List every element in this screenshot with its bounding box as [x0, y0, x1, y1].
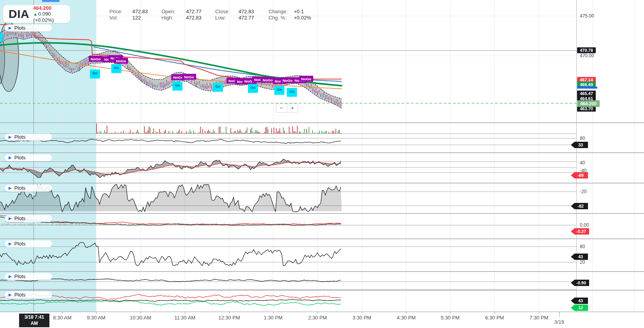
- symbol-header[interactable]: DIA 464.200 ▲0.090 (+0.02%): [3, 5, 70, 23]
- go-signal-badge: Go: [90, 70, 100, 79]
- up-arrow-icon: ▲: [33, 12, 37, 16]
- time-axis-tick: [62, 312, 63, 314]
- legend-label: Plots: [14, 273, 26, 280]
- next-day-label: 3/19: [554, 319, 564, 325]
- symbol-ticker[interactable]: DIA: [9, 7, 29, 21]
- nogo-signal-badge: NoGo: [89, 56, 103, 62]
- expand-arrow-icon[interactable]: ▶: [9, 273, 12, 280]
- time-axis-tick: [185, 312, 185, 314]
- time-axis-tick: [273, 312, 274, 314]
- expand-arrow-icon[interactable]: ▶: [9, 291, 12, 298]
- time-axis-tick: [229, 312, 230, 314]
- time-axis-label: 11:30 AM: [174, 315, 195, 321]
- time-axis-label: 6:30 PM: [485, 315, 504, 321]
- go-signal-badge: Go: [172, 82, 182, 91]
- indicator-scale-tick: 80: [580, 136, 585, 141]
- indicator-scale-tick: 80: [580, 244, 585, 249]
- indicator-value-badge: -0.37: [571, 228, 589, 235]
- expand-arrow-icon[interactable]: ▶: [9, 154, 12, 161]
- time-axis-label: 12:30 PM: [218, 315, 240, 321]
- legend-label: Plots: [14, 134, 26, 141]
- zoom-controls: − +: [276, 104, 298, 113]
- current-price-badge: 464.200: [577, 101, 600, 107]
- price-level-badge-blue: [577, 87, 597, 89]
- crosshair-horizontal-line: [0, 50, 576, 51]
- time-axis-label: 2:30 PM: [308, 315, 327, 321]
- time-axis-tick: [406, 312, 407, 314]
- go-signal-badge: Go: [287, 88, 297, 97]
- nogo-signal-badge: NoGo: [299, 76, 313, 82]
- go-signal-badge: Go: [0, 33, 3, 42]
- nogo-signal-badge: NoGo: [182, 74, 196, 80]
- zoom-in-button[interactable]: +: [287, 104, 298, 112]
- top-scroll-indicator: [42, 0, 60, 2]
- time-axis-tick: [96, 312, 97, 314]
- time-axis-label: 8:30 AM: [53, 315, 72, 321]
- go-signal-badge: Go: [213, 83, 223, 92]
- legend-label: Plots: [14, 291, 26, 298]
- price-level-badge: 470.78: [577, 48, 596, 53]
- panel-plots-legend[interactable]: ▶Plots: [5, 185, 52, 192]
- panel-plots-legend[interactable]: ▶Plots: [5, 215, 52, 222]
- indicator-scale-tick: -20: [580, 189, 586, 194]
- go-signal-badge: Go: [111, 64, 121, 73]
- trading-chart-window: DIA 464.200 ▲0.090 (+0.02%) ▶ Plots Pric…: [0, 0, 644, 328]
- time-axis-label: 1:30 PM: [264, 315, 283, 321]
- crosshair-date-line1: 3/18 7:41: [19, 314, 49, 320]
- time-axis-label: 4:30 PM: [397, 315, 416, 321]
- zoom-out-button[interactable]: −: [276, 104, 287, 112]
- go-signal-badge: Go: [248, 84, 258, 93]
- expand-arrow-icon[interactable]: ▶: [9, 185, 12, 192]
- price-change: ▲0.090 (+0.02%): [33, 11, 70, 23]
- panel-plots-legend[interactable]: ▶Plots: [5, 154, 52, 161]
- time-axis-tick: [362, 312, 362, 314]
- indicator-value-badge: -0.90: [571, 280, 589, 286]
- indicator-scale-tick: 40: [580, 160, 585, 166]
- expand-arrow-icon[interactable]: ▶: [9, 215, 12, 222]
- time-axis-label: 9:30 AM: [87, 315, 105, 321]
- expand-arrow-icon[interactable]: ▶: [9, 25, 12, 32]
- indicator-line: [0, 300, 341, 305]
- panel-plots-legend[interactable]: ▶Plots: [5, 240, 52, 247]
- indicator-scale-tick: 0.00: [580, 222, 589, 228]
- legend-label: Plots: [14, 154, 26, 161]
- legend-label: Plots: [14, 25, 26, 32]
- expand-arrow-icon[interactable]: ▶: [9, 134, 12, 141]
- indicator-line: [0, 299, 341, 302]
- expand-arrow-icon[interactable]: ▶: [9, 240, 12, 247]
- time-axis-label: 10:30 AM: [130, 315, 151, 321]
- time-axis-tick: [495, 312, 495, 314]
- crosshair-date-badge: 3/18 7:41 AM: [19, 314, 49, 327]
- indicator-scale-tick: 20: [580, 259, 585, 265]
- indicator-line: [0, 279, 341, 282]
- time-axis-tick: [450, 312, 451, 314]
- time-axis-label: 5:30 PM: [441, 315, 460, 321]
- crosshair-date-line2: AM: [19, 320, 49, 326]
- nogo-signal-badge: NoGo: [114, 58, 128, 64]
- go-signal-badge: Go: [274, 86, 284, 95]
- indicator-line: [0, 139, 341, 143]
- panel-plots-legend[interactable]: ▶Plots: [5, 134, 52, 141]
- legend-label: Plots: [14, 240, 26, 247]
- price-scale-tick: 475.00: [580, 13, 594, 19]
- time-axis[interactable]: 3/18 7:41 AM 3/19 8:30 AM9:30 AM10:30 AM…: [0, 312, 644, 328]
- panel-plots-legend[interactable]: ▶Plots: [5, 273, 52, 280]
- legend-label: Plots: [14, 215, 26, 222]
- main-plots-legend[interactable]: ▶ Plots: [5, 25, 52, 32]
- time-axis-tick: [539, 312, 539, 314]
- time-axis-tick: [140, 312, 141, 314]
- price-scale-tick: 470.00: [580, 53, 594, 58]
- last-price: 464.200: [33, 5, 70, 11]
- next-day-tick: [559, 312, 560, 317]
- legend-label: Plots: [14, 185, 26, 192]
- chart-canvas[interactable]: [0, 0, 644, 312]
- panel-plots-legend[interactable]: ▶Plots: [5, 291, 52, 298]
- time-axis-label: 7:30 PM: [530, 315, 548, 321]
- time-axis-tick: [318, 312, 318, 314]
- time-axis-label: 3:30 PM: [353, 315, 371, 321]
